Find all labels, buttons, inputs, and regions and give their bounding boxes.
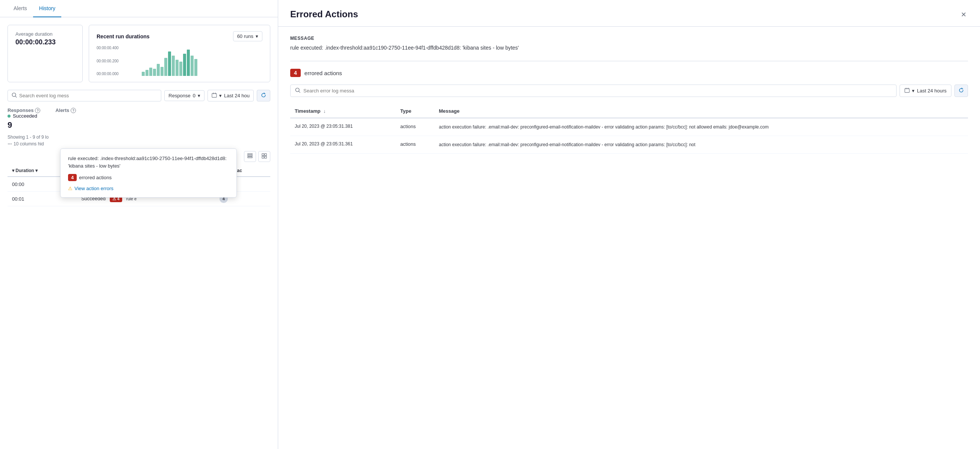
popup: rule executed: .index-threshold:aa91c190… — [60, 148, 237, 198]
popup-error-badge: 4 — [68, 174, 77, 181]
svg-line-1 — [16, 96, 17, 98]
svg-line-16 — [299, 91, 300, 93]
chart-bar — [172, 56, 175, 76]
right-content: Message rule executed: .index-threshold:… — [278, 27, 980, 449]
col-header-message: Message — [434, 105, 968, 118]
error-message: action execution failure: .email:mail-de… — [434, 136, 968, 154]
svg-rect-12 — [265, 154, 267, 155]
popup-error-row: 4 errored actions — [68, 174, 229, 181]
chart-bar — [145, 70, 148, 76]
error-timestamp: Jul 20, 2023 @ 23:05:31.381 — [290, 118, 396, 136]
col-header-timestamp[interactable]: Timestamp ↓ — [290, 105, 396, 118]
recent-runs-card: Recent run durations 60 runs ▾ 00:00:00.… — [89, 25, 270, 82]
tab-history[interactable]: History — [33, 0, 62, 17]
svg-rect-10 — [248, 157, 252, 158]
svg-rect-14 — [265, 156, 267, 158]
filter-label: Response — [169, 93, 191, 98]
grid-view-button[interactable] — [258, 151, 270, 162]
warning-icon: ⚠ — [68, 186, 73, 191]
right-time-label: Last 24 hours — [917, 88, 947, 94]
error-row: Jul 20, 2023 @ 23:05:31.361 actions acti… — [290, 136, 968, 154]
chart-labels: 00:00:00.400 00:00:00.200 00:00:00.000 — [97, 46, 118, 76]
svg-rect-11 — [262, 154, 264, 155]
alerts-help-icon[interactable]: ? — [71, 108, 76, 113]
error-type: actions — [396, 118, 434, 136]
svg-rect-17 — [905, 89, 909, 93]
stats-row: Average duration 00:00:00.233 Recent run… — [8, 25, 270, 82]
time-label: Last 24 hou — [224, 93, 250, 98]
succeeded-count: 9 — [8, 120, 40, 130]
svg-rect-13 — [262, 156, 264, 158]
section-header: Responses ? Succeeded 9 Alerts ? — [8, 108, 270, 130]
left-content: Average duration 00:00:00.233 Recent run… — [0, 17, 278, 449]
table-view-button[interactable] — [244, 151, 256, 162]
responses-label: Responses ? — [8, 108, 40, 113]
error-type: actions — [396, 136, 434, 154]
chart-bar — [149, 68, 152, 76]
panel-title: Errored Actions — [290, 9, 358, 19]
calendar-icon — [904, 87, 910, 94]
chart-bar — [164, 58, 167, 76]
search-input[interactable] — [19, 93, 157, 98]
filter-button[interactable]: Response 0 ▾ — [164, 90, 205, 101]
popup-overlay: rule executed: .index-threshold:aa91c190… — [60, 148, 237, 198]
chart-title: Recent run durations — [97, 33, 150, 40]
right-toolbar: ▾ Last 24 hours — [290, 84, 968, 97]
alerts-section: Alerts ? — [55, 108, 76, 130]
close-button[interactable]: ✕ — [959, 9, 968, 20]
message-section: Message rule executed: .index-threshold:… — [290, 36, 968, 52]
svg-rect-9 — [248, 155, 252, 156]
avg-duration-label: Average duration — [16, 31, 75, 37]
view-action-errors-link[interactable]: ⚠ View action errors — [68, 186, 229, 191]
runs-label: 60 runs — [237, 33, 253, 39]
refresh-icon — [261, 93, 266, 99]
errored-count-row: 4 errored actions — [290, 69, 968, 77]
responses-help-icon[interactable]: ? — [35, 108, 40, 113]
chart-label-low: 00:00:00.000 — [97, 72, 118, 76]
popup-error-text: errored actions — [79, 175, 111, 180]
left-panel: Alerts History Average duration 00:00:00… — [0, 0, 278, 449]
chart-bar — [179, 62, 182, 76]
chart-bar — [175, 60, 178, 76]
error-row: Jul 20, 2023 @ 23:05:31.381 actions acti… — [290, 118, 968, 136]
right-header: Errored Actions ✕ — [278, 0, 980, 27]
chart-label-high: 00:00:00.400 — [97, 46, 118, 50]
alerts-label: Alerts ? — [55, 108, 76, 113]
svg-rect-2 — [212, 94, 216, 98]
errored-count-label: errored actions — [304, 70, 342, 76]
chart-bar — [153, 69, 156, 76]
chart-bar — [183, 54, 186, 76]
svg-rect-8 — [248, 154, 252, 155]
succeeded-dot — [8, 114, 11, 117]
columns-hidden: 10 columns hid — [8, 141, 270, 146]
chevron-down-icon: ▾ — [912, 88, 915, 94]
chart-area: 00:00:00.400 00:00:00.200 00:00:00.000 — [97, 46, 262, 76]
search-icon — [12, 92, 17, 99]
chevron-down-icon: ▾ — [256, 33, 258, 39]
filter-value: 0 — [193, 93, 196, 98]
search-icon — [295, 87, 300, 94]
chart-bar — [191, 56, 194, 76]
chart-header: Recent run durations 60 runs ▾ — [97, 31, 262, 41]
right-refresh-button[interactable] — [955, 84, 968, 97]
right-search-box[interactable] — [290, 84, 897, 97]
avg-duration-value: 00:00:00.233 — [16, 38, 75, 46]
search-box[interactable] — [8, 90, 161, 102]
responses-section: Responses ? Succeeded 9 — [8, 108, 40, 130]
error-search-input[interactable] — [303, 88, 892, 94]
chevron-down-icon: ▾ — [198, 93, 200, 98]
sort-icon: ↓ — [323, 108, 326, 114]
chart-bar — [157, 64, 160, 76]
tab-alerts[interactable]: Alerts — [8, 0, 33, 17]
refresh-button[interactable] — [257, 90, 270, 102]
toolbar: Response 0 ▾ ▾ Last 24 hou — [8, 90, 270, 102]
right-time-filter[interactable]: ▾ Last 24 hours — [900, 84, 951, 97]
showing-text: Showing 1 - 9 of 9 lo — [8, 135, 270, 140]
succeeded-row: Succeeded — [8, 113, 40, 119]
chart-bar — [168, 51, 171, 76]
svg-point-7 — [11, 144, 12, 144]
time-filter-button[interactable]: ▾ Last 24 hou — [207, 90, 254, 102]
runs-select[interactable]: 60 runs ▾ — [233, 31, 262, 41]
error-table: Timestamp ↓ Type Message Jul 20, 2023 @ … — [290, 105, 968, 154]
tabs: Alerts History — [0, 0, 278, 17]
